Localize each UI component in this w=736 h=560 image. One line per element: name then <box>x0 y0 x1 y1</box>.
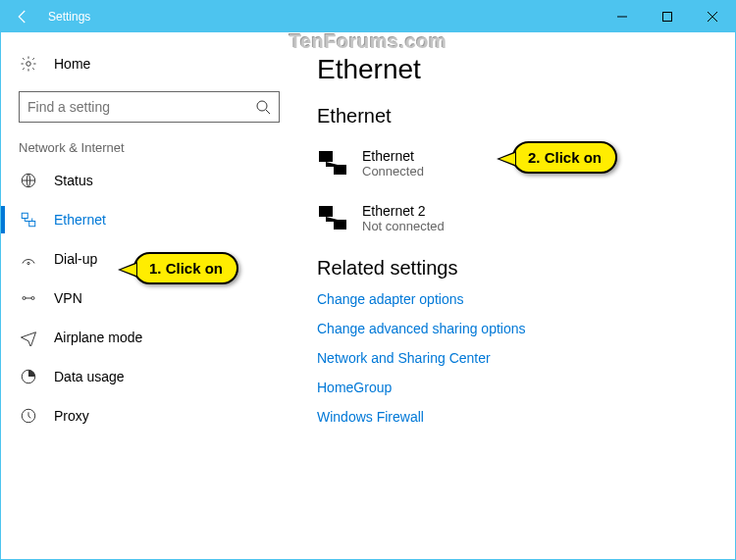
sidebar: Home Network & Internet Status Ethernet … <box>1 32 297 559</box>
callout-text: 1. Click on <box>149 260 223 277</box>
data-usage-icon <box>19 368 38 385</box>
related-settings-title: Related settings <box>317 257 735 280</box>
connection-status: Connected <box>362 164 424 178</box>
sidebar-item-label: Ethernet <box>54 212 106 228</box>
globe-icon <box>19 172 38 189</box>
svg-point-7 <box>23 297 26 300</box>
section-label: Network & Internet <box>1 140 297 161</box>
svg-point-6 <box>27 262 29 264</box>
ethernet-icon <box>317 202 348 233</box>
page-title: Ethernet <box>317 54 735 85</box>
connection-status: Not connected <box>362 219 445 233</box>
title-bar: Settings <box>1 1 735 32</box>
callout-text: 2. Click on <box>528 149 602 166</box>
sidebar-item-label: Status <box>54 173 93 188</box>
link-advanced-sharing[interactable]: Change advanced sharing options <box>317 321 735 336</box>
proxy-icon <box>19 407 38 425</box>
window-controls <box>600 1 735 32</box>
annotation-callout-2: 2. Click on <box>512 141 617 174</box>
svg-point-2 <box>257 101 267 111</box>
gear-icon <box>19 55 38 73</box>
sidebar-item-ethernet[interactable]: Ethernet <box>1 200 297 239</box>
section-title: Ethernet <box>317 105 735 127</box>
sidebar-item-label: Airplane mode <box>54 330 142 345</box>
back-button[interactable] <box>1 1 44 32</box>
link-homegroup[interactable]: HomeGroup <box>317 380 735 395</box>
link-adapter-options[interactable]: Change adapter options <box>317 291 735 307</box>
annotation-callout-1: 1. Click on <box>133 252 238 284</box>
link-windows-firewall[interactable]: Windows Firewall <box>317 409 735 425</box>
search-box[interactable] <box>19 91 280 123</box>
sidebar-item-vpn[interactable]: VPN <box>1 279 297 318</box>
home-button[interactable]: Home <box>1 44 297 83</box>
sidebar-item-label: Data usage <box>54 369 125 384</box>
svg-rect-5 <box>29 222 35 227</box>
svg-rect-0 <box>663 13 672 22</box>
window-title: Settings <box>44 10 600 24</box>
dialup-icon <box>19 250 38 268</box>
search-input[interactable] <box>27 99 255 115</box>
connection-name: Ethernet 2 <box>362 203 445 219</box>
connection-item[interactable]: Ethernet 2 Not connected <box>317 196 735 239</box>
home-label: Home <box>54 56 90 72</box>
sidebar-item-label: Dial-up <box>54 251 97 267</box>
svg-rect-11 <box>319 151 333 162</box>
sidebar-item-label: Proxy <box>54 408 89 424</box>
link-network-sharing-center[interactable]: Network and Sharing Center <box>317 350 735 366</box>
sidebar-item-proxy[interactable]: Proxy <box>1 396 297 435</box>
svg-rect-4 <box>22 213 27 218</box>
close-button[interactable] <box>690 1 735 32</box>
ethernet-icon <box>19 211 38 229</box>
sidebar-item-airplane[interactable]: Airplane mode <box>1 318 297 357</box>
airplane-icon <box>19 329 38 346</box>
maximize-button[interactable] <box>645 1 690 32</box>
connection-name: Ethernet <box>362 148 424 164</box>
vpn-icon <box>19 289 38 307</box>
svg-point-1 <box>26 62 31 67</box>
svg-point-8 <box>31 297 34 300</box>
sidebar-item-label: VPN <box>54 290 82 306</box>
minimize-button[interactable] <box>600 1 645 32</box>
ethernet-icon <box>317 147 348 178</box>
sidebar-item-datausage[interactable]: Data usage <box>1 357 297 396</box>
main-content: Ethernet Ethernet Ethernet Connected Eth… <box>297 32 735 559</box>
svg-rect-13 <box>319 206 333 217</box>
search-icon <box>255 99 271 115</box>
sidebar-item-status[interactable]: Status <box>1 161 297 200</box>
